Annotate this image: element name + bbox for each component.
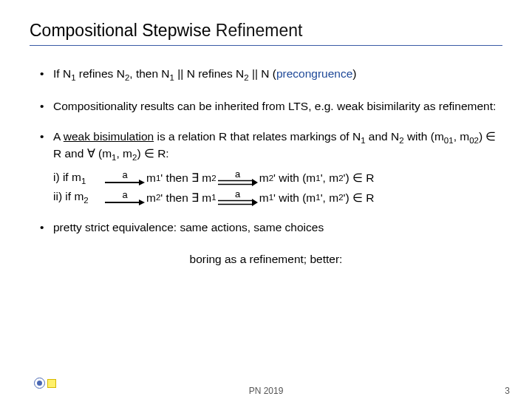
- place-icon: [34, 378, 45, 389]
- text: i) if m: [53, 171, 81, 183]
- text: ): [352, 67, 356, 80]
- svg-marker-1: [139, 180, 145, 185]
- boring-text: boring as a refinement; better:: [30, 252, 502, 267]
- text: m: [146, 171, 156, 186]
- text: ii) if m: [53, 190, 83, 202]
- text: , m: [454, 130, 470, 143]
- text: ' then ∃ m: [160, 191, 211, 206]
- svg-marker-9: [252, 199, 258, 206]
- text: ' with (m: [273, 171, 316, 186]
- double-arrow-a-icon: a: [218, 170, 258, 187]
- text: m: [259, 171, 269, 186]
- arrow-a-icon: a: [105, 171, 145, 186]
- sub-1: 1: [211, 192, 216, 204]
- text: ' with (m: [273, 191, 316, 206]
- petri-net-logo-icon: [34, 378, 56, 389]
- bullet-weak-bisim: A weak bisimulation is a relation R that…: [30, 129, 502, 164]
- text: ') ∈ R: [344, 191, 375, 206]
- text: and N: [366, 130, 400, 143]
- text: || N (: [249, 67, 276, 80]
- text: m: [146, 191, 156, 206]
- text: ) ∈ R:: [137, 147, 168, 160]
- text: || N refines N: [174, 67, 244, 80]
- title-refine: Refinement: [216, 21, 303, 40]
- bullet-strict-equiv: pretty strict equivalence: same actions,…: [30, 220, 502, 236]
- bisim-cond-i: i) if m1 a m1' then ∃ m2 a m2' with (m1'…: [30, 170, 502, 188]
- text: A: [53, 130, 64, 143]
- text: If N: [53, 67, 71, 80]
- weak-bisim-underline: weak bisimulation: [64, 130, 154, 143]
- arrow-label: a: [235, 170, 240, 178]
- text: ', m: [321, 191, 338, 206]
- bullet-precongruence: If N1 refines N2, then N1 || N refines N…: [30, 66, 502, 84]
- bisim-cond-ii: ii) if m2 a m2' then ∃ m1 a m1' with (m1…: [30, 189, 502, 207]
- text: ') ∈ R: [344, 171, 375, 186]
- token-icon: [37, 381, 42, 386]
- sub-02: 02: [469, 136, 479, 145]
- title-prefix: Compositional Stepwise: [30, 21, 216, 40]
- text: with (m: [404, 130, 444, 143]
- arrow-label: a: [122, 171, 127, 179]
- sub-2: 2: [211, 173, 216, 185]
- precongruence-word: precongruence: [276, 67, 352, 80]
- slide-number: 3: [505, 386, 510, 396]
- text: , m: [116, 147, 132, 160]
- text: is a relation R that relates markings of…: [154, 130, 361, 143]
- sub-2: 2: [83, 196, 88, 205]
- arrow-label: a: [122, 191, 127, 199]
- text: refines N: [76, 67, 125, 80]
- slide-body: If N1 refines N2, then N1 || N refines N…: [30, 66, 502, 267]
- text: , then N: [129, 67, 169, 80]
- transition-icon: [47, 379, 56, 388]
- sub-01: 01: [444, 136, 454, 145]
- slide-title: Compositional Stepwise Refinement: [30, 21, 502, 46]
- text: m: [259, 191, 269, 206]
- svg-marker-4: [252, 179, 258, 186]
- sub-1: 1: [81, 177, 86, 185]
- double-arrow-a-icon: a: [218, 190, 258, 207]
- bullet-compositionality: Compositionality results can be inherite…: [30, 99, 502, 115]
- footer-venue: PN 2019: [249, 386, 284, 396]
- text: ', m: [321, 171, 338, 186]
- arrow-a-icon: a: [105, 191, 145, 206]
- svg-marker-6: [139, 200, 145, 205]
- text: ' then ∃ m: [160, 171, 211, 186]
- arrow-label: a: [235, 190, 240, 198]
